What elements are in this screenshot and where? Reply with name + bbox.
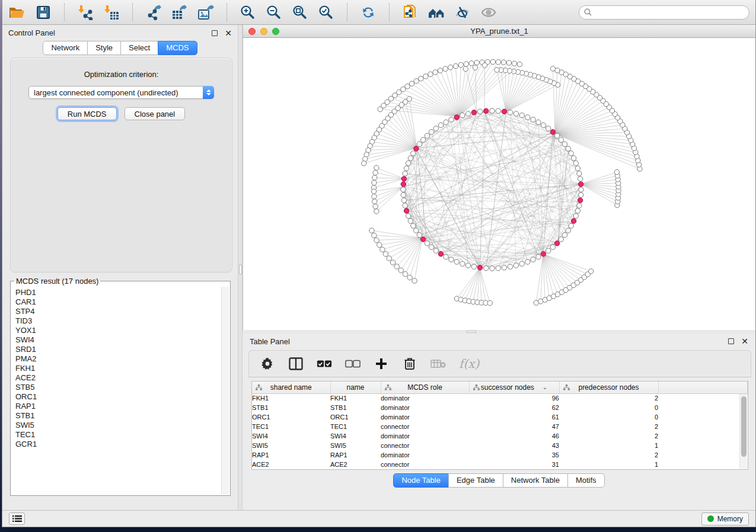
cell[interactable]: ORC1 [252,412,330,422]
network-node[interactable] [372,233,377,238]
cell[interactable]: 0 [559,412,658,422]
cell[interactable]: dominator [381,431,469,441]
network-node[interactable] [495,68,499,72]
cell[interactable]: SWI4 [330,431,381,441]
network-node[interactable] [369,228,374,233]
cell[interactable]: 0 [559,403,658,412]
mcds-node[interactable] [404,209,409,213]
mcds-result-item[interactable]: GCR1 [15,440,221,449]
cell[interactable]: dominator [381,412,469,422]
network-node[interactable] [573,213,578,218]
cell[interactable]: 62 [469,403,559,412]
mcds-result-item[interactable]: CAR1 [15,297,221,307]
cell[interactable]: 1 [559,441,658,450]
select-all-check-icon[interactable] [317,356,332,371]
cell[interactable]: 47 [469,422,559,431]
network-node[interactable] [374,238,379,242]
network-node[interactable] [578,177,582,181]
network-node[interactable] [531,117,535,122]
network-node[interactable] [501,60,506,65]
table-row[interactable]: SWI5SWI5connector431 [252,441,748,450]
table-row[interactable]: TEC1TEC1connector472 [252,422,748,431]
table-scrollbar[interactable] [739,394,747,469]
cell[interactable]: STB1 [330,403,381,412]
cell[interactable]: YOX1 [330,469,381,470]
cell[interactable]: dominator [381,403,469,412]
network-node[interactable] [571,156,576,161]
network-node[interactable] [394,264,399,269]
mcds-node[interactable] [401,182,406,187]
cell[interactable]: dominator [381,393,469,403]
cell[interactable]: ACE2 [252,460,330,469]
network-node[interactable] [443,66,448,71]
network-node[interactable] [573,161,578,165]
cell[interactable]: 35 [469,450,559,460]
network-node[interactable] [374,165,379,170]
mcds-node[interactable] [578,182,583,187]
mcds-node[interactable] [477,265,482,270]
cell[interactable]: 2 [559,431,658,441]
mcds-result-item[interactable]: STB1 [15,411,221,421]
export-network-icon[interactable] [145,4,162,21]
network-node[interactable] [482,63,487,68]
network-node[interactable] [496,60,500,65]
cell[interactable]: connector [381,422,469,431]
network-node[interactable] [471,264,476,269]
tab-node-table[interactable]: Node Table [393,473,449,488]
network-node[interactable] [398,268,403,273]
network-node[interactable] [383,252,388,257]
tab-mcds[interactable]: MCDS [158,41,197,55]
network-node[interactable] [566,146,570,151]
network-node[interactable] [546,248,550,253]
network-node[interactable] [502,265,506,270]
network-node[interactable] [408,219,413,223]
deselect-all-icon[interactable] [345,356,361,371]
network-node[interactable] [578,193,583,197]
mcds-node[interactable] [438,251,443,256]
network-node[interactable] [361,161,366,166]
cell[interactable]: 29 [469,469,559,470]
tab-edge-table[interactable]: Edge Table [448,473,503,488]
network-node[interactable] [474,60,479,65]
network-node[interactable] [477,109,482,114]
cell[interactable]: 43 [469,441,559,450]
network-node[interactable] [407,275,412,280]
network-node[interactable] [390,260,395,265]
network-node[interactable] [374,209,379,214]
zoom-selected-icon[interactable] [317,4,335,21]
network-node[interactable] [411,223,416,228]
mcds-result-item[interactable]: FKH1 [15,364,221,373]
network-node[interactable] [546,126,550,131]
network-node[interactable] [562,232,567,237]
network-node[interactable] [465,111,470,116]
mcds-result-item[interactable]: STP4 [15,307,221,316]
mcds-node[interactable] [471,110,476,115]
zoom-out-icon[interactable] [265,4,283,21]
table-row[interactable]: YOX1YOX1connector291 [252,469,748,470]
table-row[interactable]: ACE2ACE2connector311 [252,460,748,469]
close-panel-button[interactable]: Close panel [125,107,186,120]
network-node[interactable] [425,241,429,246]
import-network-icon[interactable] [76,4,94,21]
import-table-icon[interactable] [103,4,120,21]
mcds-result-item[interactable]: PHD1 [15,288,221,297]
mcds-list-scrollbar[interactable] [221,287,229,494]
splitter-grip[interactable] [467,331,476,333]
tab-style[interactable]: Style [87,41,121,55]
network-node[interactable] [460,113,465,117]
mcds-result-item[interactable]: SRD1 [15,345,221,354]
network-node[interactable] [453,63,458,68]
network-node[interactable] [566,228,570,233]
network-node[interactable] [463,66,468,71]
network-node[interactable] [387,256,391,261]
network-node[interactable] [438,123,443,127]
cell[interactable]: 61 [469,412,559,422]
cell[interactable]: SWI5 [252,441,330,450]
network-node[interactable] [429,245,433,249]
tab-network[interactable]: Network [43,41,88,55]
network-node[interactable] [371,189,376,194]
network-node[interactable] [464,62,468,66]
mcds-node[interactable] [571,219,576,223]
network-node[interactable] [484,265,489,270]
network-node[interactable] [490,108,495,113]
